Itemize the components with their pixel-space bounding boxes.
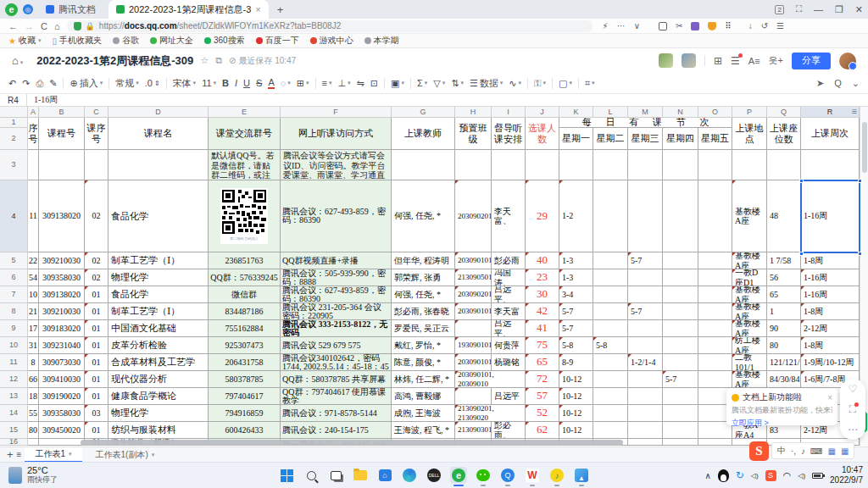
file-explorer-button[interactable]: [352, 467, 369, 484]
cell-I8[interactable]: 李天富: [492, 303, 526, 320]
column-header-K[interactable]: K: [559, 107, 593, 118]
cell-A4[interactable]: 11: [28, 180, 39, 252]
cell-L12[interactable]: [593, 371, 628, 388]
window-close-button[interactable]: ✕: [855, 4, 863, 15]
column-header-J[interactable]: J: [526, 107, 559, 118]
cell-G7[interactable]: 何强, 任尧, *: [392, 286, 455, 303]
cell-K11[interactable]: 8-9: [559, 354, 593, 371]
cell-D7[interactable]: 食品化学: [108, 286, 209, 303]
cell-J8[interactable]: 42: [526, 303, 559, 320]
cell-A15[interactable]: 80: [28, 422, 39, 439]
cell-F7[interactable]: 腾讯会议：627-493-859，密码：86390: [281, 286, 392, 303]
cell-D12[interactable]: 现代仪器分析: [108, 371, 209, 388]
add-sheet-icon[interactable]: +: [7, 448, 14, 461]
cell-C7[interactable]: 01: [85, 286, 108, 303]
cell-F4[interactable]: 腾讯会议：627-493-859，密码：86390: [281, 180, 392, 252]
search-icon[interactable]: Q: [834, 78, 842, 88]
row-header-2[interactable]: 2: [0, 128, 28, 150]
cell-I7[interactable]: 吕远平、: [492, 286, 526, 303]
cell-K9[interactable]: 5-7: [559, 320, 593, 337]
cell-F12[interactable]: QQ群：580378785 共享屏幕: [281, 371, 392, 388]
cell-E10[interactable]: 925307473: [209, 337, 281, 354]
cell-K7[interactable]: 3-4: [559, 286, 593, 303]
cell-A7[interactable]: 10: [28, 286, 39, 303]
cell-C11[interactable]: 01: [85, 354, 108, 371]
ime-keyboard-icon[interactable]: ⌨: [810, 446, 822, 456]
cell-D11[interactable]: 合成革材料及工艺学: [108, 354, 209, 371]
row-header-1[interactable]: 1: [0, 118, 28, 128]
cell-L7[interactable]: [593, 286, 628, 303]
cell-G5[interactable]: 但年华, 程涛明: [392, 252, 455, 269]
ime-mic-icon[interactable]: ♪: [801, 446, 805, 456]
history-icon[interactable]: ↺: [761, 21, 768, 30]
merge-cells-button[interactable]: ⊡: [370, 78, 378, 89]
microsoft-store-button[interactable]: ⌂: [376, 467, 393, 484]
cell-M4[interactable]: [628, 180, 663, 252]
cell-M13[interactable]: [628, 388, 663, 405]
header-c[interactable]: 课序号: [85, 118, 108, 150]
note-cell[interactable]: [108, 150, 209, 180]
cell-D15[interactable]: 纺织与服装材料: [108, 422, 209, 439]
cell-J4[interactable]: 29: [526, 180, 559, 252]
cell-M8[interactable]: 5-7: [628, 303, 663, 320]
cell-A11[interactable]: 8: [28, 354, 39, 371]
note-cell[interactable]: [39, 150, 85, 180]
cell-K4[interactable]: 1-2: [559, 180, 593, 252]
sheet-tab-1[interactable]: 工作表1▾: [25, 447, 81, 463]
header-g[interactable]: 上课教师: [392, 118, 455, 150]
cell-Q5[interactable]: 1 7/58: [767, 252, 801, 269]
cell-H15[interactable]: 213090301: [455, 422, 492, 439]
header-q[interactable]: 上课座位数: [767, 118, 801, 150]
cell-B8[interactable]: 309210030: [39, 303, 85, 320]
cell-O4[interactable]: [698, 180, 732, 252]
cell-H7[interactable]: 203090201: [455, 286, 492, 303]
cell-I5[interactable]: 彭必雨: [492, 252, 526, 269]
cell-I13[interactable]: 吕远平: [492, 388, 526, 405]
column-header-C[interactable]: C: [85, 107, 108, 118]
view-button[interactable]: ⌗▾: [585, 78, 595, 89]
cell-D8[interactable]: 制革工艺学（Ⅰ）: [108, 303, 209, 320]
skin-shirt-icon[interactable]: ⛶: [849, 403, 856, 415]
cell-P5[interactable]: 基教楼A座: [732, 252, 767, 269]
cell-M15[interactable]: [628, 422, 663, 439]
popup-apply-link[interactable]: 立即应用 >: [732, 418, 832, 429]
cell-C6[interactable]: 02: [85, 269, 108, 286]
cell-G8[interactable]: 彭必雨, 张春晓: [392, 303, 455, 320]
cell-B16[interactable]: [39, 439, 85, 446]
cell-N5[interactable]: [663, 252, 698, 269]
cell-A14[interactable]: 55: [28, 405, 39, 422]
cell-I4[interactable]: 李天富、: [492, 180, 526, 252]
bookmark-semester[interactable]: 本学期: [364, 35, 399, 47]
form-create-icon[interactable]: ⊞: [714, 55, 722, 67]
cell-J13[interactable]: 57: [526, 388, 559, 405]
bookmark-gamecenter[interactable]: 游戏中心: [310, 35, 353, 47]
cell-D13[interactable]: 健康食品学概论: [108, 388, 209, 405]
note-cell[interactable]: [492, 150, 526, 180]
cell-G15[interactable]: 王海波, 程飞, *: [392, 422, 455, 439]
cell-N9[interactable]: [663, 320, 698, 337]
cell-C14[interactable]: 03: [85, 405, 108, 422]
cell-L13[interactable]: [593, 388, 628, 405]
wechat-button[interactable]: [475, 467, 492, 484]
column-header-Q[interactable]: Q: [767, 107, 801, 118]
row-header-8[interactable]: 8: [0, 303, 28, 320]
redo-icon[interactable]: ↷: [22, 78, 30, 89]
cell-C8[interactable]: 01: [85, 303, 108, 320]
cell-H12[interactable]: 203090101, 20309010: [455, 371, 526, 388]
cell-L11[interactable]: [593, 354, 628, 371]
url-more-icon[interactable]: ⋯: [617, 21, 626, 30]
notifications-menu-icon[interactable]: ☰: [731, 55, 740, 67]
format-painter-icon[interactable]: ✎: [49, 78, 57, 89]
cell-K12[interactable]: 10-12: [559, 371, 593, 388]
window-minimize-button[interactable]: —: [814, 4, 823, 14]
header-j[interactable]: 选课人数: [526, 118, 559, 150]
row-header-16[interactable]: 16: [0, 439, 28, 446]
freeze-button[interactable]: ▢▾: [559, 78, 572, 89]
image-button[interactable]: ▣▾: [391, 78, 404, 89]
url-dropdown-icon[interactable]: ∨: [634, 21, 640, 30]
move-to-icon[interactable]: ⧉: [215, 55, 222, 66]
cell-R4[interactable]: 1-16周: [801, 180, 860, 252]
tray-expand-icon[interactable]: ∧: [704, 471, 710, 480]
clip-icon[interactable]: ✂: [676, 21, 682, 30]
cell-J5[interactable]: 40: [526, 252, 559, 269]
